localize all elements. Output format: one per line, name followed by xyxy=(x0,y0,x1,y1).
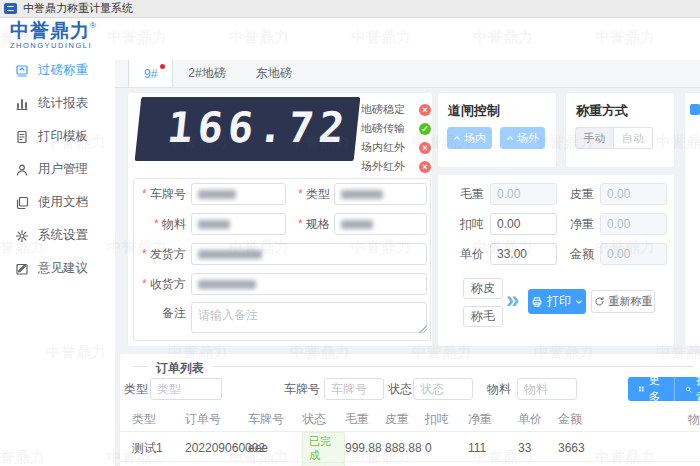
receiver-label: 收货方 xyxy=(126,273,186,295)
col-price: 单价 xyxy=(518,411,558,428)
search-icon xyxy=(685,384,692,395)
filter-type-label: 类型 xyxy=(124,378,148,400)
orders-title: 订单列表 xyxy=(156,360,204,377)
tab-label: 9# xyxy=(144,67,157,81)
col-net: 净重 xyxy=(468,411,518,428)
sidebar-item-users[interactable]: 用户管理 xyxy=(0,153,115,186)
feedback-edit-icon xyxy=(15,262,29,276)
status-label: 地磅传输 xyxy=(361,121,405,136)
sidebar-item-docs[interactable]: 使用文档 xyxy=(0,186,115,219)
partial-blue-icon xyxy=(690,104,700,115)
cell-status: 已完成 xyxy=(302,462,345,466)
gate-inside-button[interactable]: 场内 xyxy=(447,127,492,149)
search-button[interactable]: 搜索 xyxy=(675,377,700,401)
status-label: 场外红外 xyxy=(361,159,405,174)
blurred-value xyxy=(341,190,383,199)
cell-type: 测试1 xyxy=(132,440,185,457)
deduct-input[interactable] xyxy=(490,213,557,235)
amount-label: 金额 xyxy=(560,243,594,265)
status-ok-icon xyxy=(419,123,431,135)
blurred-value xyxy=(198,280,256,289)
document-icon xyxy=(15,130,29,144)
sender-input[interactable] xyxy=(191,243,427,265)
window-title: 中誉鼎力称重计量系统 xyxy=(23,1,133,16)
type-input[interactable] xyxy=(334,183,427,205)
weigh-tare-button[interactable]: 称皮 xyxy=(463,278,503,299)
gross-label: 毛重 xyxy=(450,183,484,205)
receiver-input[interactable] xyxy=(191,273,427,295)
scale-status-list: 地磅稳定 地磅传输 场内红外 场外红外 xyxy=(361,100,431,176)
deduct-label: 扣吨 xyxy=(450,213,484,235)
sidebar-item-feedback[interactable]: 意见建议 xyxy=(0,252,115,285)
vehicle-no-label: 车牌号 xyxy=(126,183,186,205)
resize-handle[interactable] xyxy=(419,325,427,333)
status-error-icon xyxy=(419,142,431,154)
material-input[interactable] xyxy=(191,213,286,235)
blurred-value xyxy=(198,220,230,229)
print-label: 打印 xyxy=(547,293,571,310)
remark-label: 备注 xyxy=(126,302,186,324)
weight-display: 166.72 xyxy=(135,97,361,161)
sidebar-item-weighing[interactable]: 过磅称重 xyxy=(0,54,115,87)
scale-tabbar: 9# 2#地磅 东地磅 xyxy=(115,60,700,88)
more-label: 更多 xyxy=(649,372,665,406)
sidebar-item-label: 用户管理 xyxy=(38,161,88,178)
blurred-value xyxy=(341,220,373,229)
weigh-mode-title: 称重方式 xyxy=(576,102,674,120)
sidebar-item-label: 打印模板 xyxy=(38,128,88,145)
cell-gross: 999.88 xyxy=(345,441,385,455)
divider xyxy=(212,366,694,367)
sidebar-item-label: 系统设置 xyxy=(38,227,88,244)
chevron-up-icon xyxy=(453,134,461,142)
tare-label: 皮重 xyxy=(560,183,594,205)
sidebar-item-reports[interactable]: 统计报表 xyxy=(0,87,115,120)
chevron-up-icon xyxy=(506,134,514,142)
sidebar-item-print-templates[interactable]: 打印模板 xyxy=(0,120,115,153)
tab-scale-east[interactable]: 东地磅 xyxy=(241,60,307,87)
sidebar-item-label: 使用文档 xyxy=(38,194,88,211)
app-window: 中誉鼎力称重计量系统 中誉鼎力® ZHONGYUDINGLI 过磅称重 统计报表… xyxy=(0,0,700,466)
mode-manual-button[interactable]: 手动 xyxy=(575,127,614,149)
sidebar: 过磅称重 统计报表 打印模板 用户管理 使用文档 系统设置 xyxy=(0,60,115,466)
remark-textarea[interactable] xyxy=(191,302,427,333)
tab-scale-2[interactable]: 2#地磅 xyxy=(173,60,240,87)
blurred-value xyxy=(198,250,262,259)
double-chevron-icon: » xyxy=(506,290,519,310)
col-material: 物料 xyxy=(688,411,700,428)
more-button[interactable]: 更多 xyxy=(628,377,674,401)
weigh-gross-button[interactable]: 称毛 xyxy=(463,306,503,327)
table-row[interactable]: 测试1 202209060002 eee 已完成 999.88 888.88 0… xyxy=(119,432,700,462)
table-row[interactable]: 测试1 202209060001 eee 已完成 999.88 888.88 0… xyxy=(119,462,700,466)
filter-vehicle-input[interactable] xyxy=(324,378,384,400)
price-label: 单价 xyxy=(450,243,484,265)
reweigh-button[interactable]: 重新称重 xyxy=(591,290,655,313)
cell-order-no: 202209060002 xyxy=(185,441,248,455)
col-type: 类型 xyxy=(132,411,185,428)
sender-label: 发货方 xyxy=(126,243,186,265)
col-order-no: 订单号 xyxy=(185,411,248,428)
spec-input[interactable] xyxy=(334,213,427,235)
tab-scale-9[interactable]: 9# xyxy=(128,60,173,87)
col-deduct: 扣吨 xyxy=(425,411,468,428)
gate-outside-button[interactable]: 场外 xyxy=(500,127,545,149)
vehicle-no-input[interactable] xyxy=(191,183,286,205)
blurred-value xyxy=(198,190,236,199)
search-label: 搜索 xyxy=(696,372,700,406)
cell-deduct: 0 xyxy=(425,441,468,455)
filter-type-input[interactable] xyxy=(150,378,222,400)
app-logo-icon xyxy=(4,3,17,14)
mode-auto-button[interactable]: 自动 xyxy=(614,127,653,149)
tare-input xyxy=(600,183,667,205)
sidebar-item-settings[interactable]: 系统设置 xyxy=(0,219,115,252)
print-button[interactable]: 打印 xyxy=(528,289,586,314)
status-error-icon xyxy=(419,161,431,173)
sidebar-item-label: 统计报表 xyxy=(38,95,88,112)
filter-actions: 更多 搜索 xyxy=(628,377,700,401)
price-input[interactable] xyxy=(490,243,557,265)
filter-material-input[interactable] xyxy=(517,378,577,400)
filter-status-input[interactable] xyxy=(413,378,473,400)
status-row: 地磅传输 xyxy=(361,119,431,138)
grid-icon xyxy=(638,384,645,394)
gross-input xyxy=(490,183,557,205)
cell-price: 33 xyxy=(518,441,558,455)
